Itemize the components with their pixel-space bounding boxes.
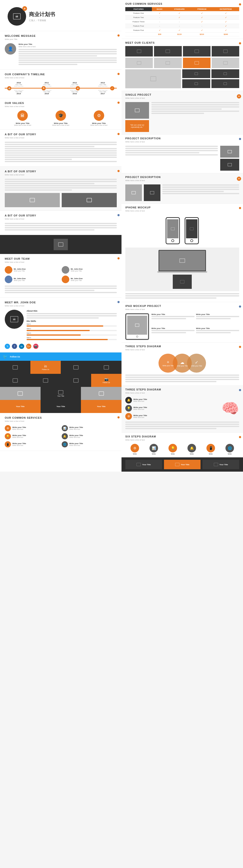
clients-title: MEET OUR CLIENTS — [125, 41, 239, 44]
six-step-circle-5: 📱 — [207, 444, 215, 453]
service-desc-4: Write here text — [69, 436, 83, 438]
bottom-box-label-2: Your Title — [57, 405, 65, 407]
proj-desc1-dot — [239, 138, 241, 140]
service-label-5: Write your Title — [12, 442, 26, 444]
facebook-icon[interactable]: f — [12, 344, 17, 349]
story3-dark-bar — [0, 235, 121, 254]
team-avatar-3 — [5, 276, 12, 283]
services-dot-indicator — [118, 416, 120, 418]
td-dash: - — [152, 16, 168, 20]
doe-skills-title: His Skills — [27, 320, 117, 322]
tl-dot: ★ — [76, 86, 80, 90]
bottom-box-label-1: Your Title — [16, 405, 25, 407]
linkedin-icon[interactable]: in — [19, 344, 24, 349]
service-item-2: 📊 Write your TitleWrite here text — [62, 425, 117, 431]
team-title: MEET OUR TEAM — [5, 257, 117, 260]
ipad-home-btn — [136, 336, 138, 338]
iphone-screen-2 — [186, 219, 198, 238]
iphone-home-btn — [171, 239, 174, 242]
story1-lines — [5, 142, 117, 162]
single-project-title: SINGLE PROJECT — [125, 93, 239, 96]
td-check: ✓ — [152, 28, 168, 33]
service-desc-1: Write here text — [12, 428, 26, 430]
six-step-circle-2: 📊 — [150, 444, 158, 453]
steps2-label-1: Write your Title — [133, 398, 147, 400]
social-icons-row: 𝕏 f in G+ 📷 — [5, 344, 117, 349]
footer-box-3: Your Title — [203, 460, 239, 469]
steps2-desc-1: Write here text — [133, 400, 147, 402]
welcome-text-lines — [19, 49, 117, 65]
td-check: ✓ — [212, 16, 239, 20]
instagram-icon[interactable]: 📷 — [33, 344, 38, 349]
doe-subtitle: Write here a line of text — [5, 305, 117, 307]
dark-footer-bar: Your Title Your Title Your Title — [121, 457, 243, 472]
proj-desc2-text — [162, 184, 239, 201]
social-box-4 — [0, 374, 30, 387]
right-services-title: OUR COMMON SERVICES — [125, 2, 239, 5]
steps1-dot — [239, 346, 241, 348]
six-step-label-1: Write — [130, 453, 139, 455]
clients-row-3 — [125, 69, 239, 88]
td-empty — [125, 33, 152, 36]
story2-title: A BIT OF OUR STORY — [5, 170, 117, 173]
tl-item: 2011 Your Title Write here text — [33, 82, 61, 87]
value-label-2: Write your Title — [43, 122, 79, 124]
six-step-4: 🔔 Write — [187, 444, 196, 455]
proj-img-2 — [220, 159, 239, 170]
steps2-content: 🔔 Write your TitleWrite here text 💡 Writ… — [125, 397, 239, 420]
social-boxes-section: 🐦 Follow Us in Follow Us 📷 Follow Us — [0, 352, 121, 413]
bottom-orange-box-2: Your Title — [81, 400, 121, 413]
doe-title: MEET MR. JOHN DOE — [5, 301, 117, 304]
team-avatar-4 — [62, 276, 69, 283]
bottom-box-label-3: Your Title — [97, 405, 105, 407]
ipad-dot — [239, 306, 241, 308]
td-check: ✓ — [191, 28, 212, 33]
story3-title: A BIT OF OUR STORY — [5, 214, 117, 217]
iphone-home-btn-2 — [190, 239, 193, 242]
values-section: OUR VALUES Write here a line of text 🏛 W… — [0, 98, 121, 130]
single-project-section: + SINGLE PROJECT Write here a line of te… — [121, 91, 243, 134]
social-box-instagram: 📷 Follow Us — [91, 374, 121, 387]
steps2-item-1: 🔔 Write your TitleWrite here text — [125, 397, 218, 403]
client-box-4 — [212, 46, 239, 57]
timeline-section: OUR COMPANY'S TIMELINE Write here a line… — [0, 69, 121, 98]
value-text-3: Write here a line of text — [81, 124, 117, 126]
story3-subtitle: Write here a line of text — [5, 218, 117, 220]
steps1-subtitle: Write here a line of text — [125, 349, 239, 351]
six-steps-section: SIX STEPS DIAGRAM Write here a line of t… — [121, 433, 243, 457]
instagram-follow-label: Follow Us — [103, 382, 110, 383]
story2-img2 — [62, 193, 117, 207]
social-box-linkedin: in Follow Us — [30, 361, 61, 374]
values-row: 🏛 Write your Title Write here a line of … — [5, 111, 117, 126]
team-name-1: Mr. John Doe — [14, 268, 26, 270]
tl-item: Write here text Your Title 2015 — [33, 90, 61, 95]
six-step-circle-3: 💡 — [169, 444, 177, 453]
steps2-dot — [239, 389, 241, 391]
service-desc-6: Write here text — [69, 444, 83, 446]
skill-label-4: Skill 4 — [27, 337, 117, 338]
meet-team-section: MEET OUR TEAM Write here a line of text … — [0, 254, 121, 298]
six-step-2: 📊 Write — [150, 444, 158, 455]
clients-dot — [239, 42, 241, 44]
td-check: ✓ — [212, 11, 239, 16]
steps2-icon-3: ⚙ — [125, 413, 132, 420]
iphone-devices-row — [125, 215, 239, 247]
cover-subtitle: 汇报人：千里独孤 — [29, 19, 55, 22]
six-step-label-6: Write — [225, 453, 234, 455]
price-premium: $210 — [191, 33, 212, 36]
values-subtitle: Write here a line of text — [5, 105, 117, 107]
single-project-subtitle: Write here a line of text — [125, 97, 239, 99]
timeline-top-labels: 2010 Your Title Write here text 2011 You… — [5, 82, 117, 87]
project-quote: "We are what we repeatedly do." — [127, 124, 147, 128]
google-icon[interactable]: G+ — [26, 344, 31, 349]
story2-img1 — [5, 193, 60, 207]
ipad-frame — [125, 313, 149, 340]
team-name-3: Mr. John Doe — [14, 277, 26, 280]
twitter-icon[interactable]: 𝕏 — [5, 344, 10, 349]
six-step-6: 🌐 Write — [225, 444, 234, 455]
ipad-subtitle: Write here a line of text — [125, 308, 239, 310]
th-basic: BASIC — [152, 7, 168, 11]
ipad-screen — [127, 316, 147, 335]
bottom-orange-box-1: Your Title — [0, 400, 40, 413]
social-grid: in Follow Us 📷 Follow Us — [0, 361, 121, 387]
